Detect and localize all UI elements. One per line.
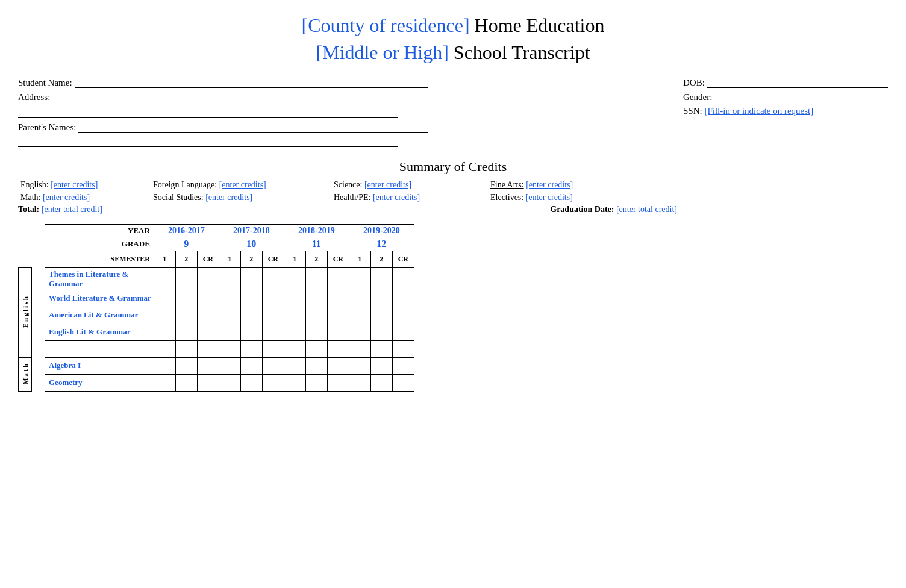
algebra-s1-sem1[interactable] [154, 357, 175, 374]
geometry-s3-sem1[interactable] [284, 374, 305, 391]
worldlit-s2-sem2[interactable] [240, 290, 262, 307]
themes-s4-sem1[interactable] [349, 267, 370, 290]
geometry-s1-cr[interactable] [197, 374, 219, 391]
algebra-s2-cr[interactable] [262, 357, 284, 374]
english-label: English: [20, 180, 51, 189]
worldlit-s4-sem1[interactable] [349, 290, 370, 307]
americanlit-s2-sem2[interactable] [240, 307, 262, 324]
englit-s4-cr[interactable] [392, 324, 414, 340]
themes-s2-sem2[interactable] [240, 267, 262, 290]
geometry-s2-sem1[interactable] [219, 374, 240, 391]
electives-value[interactable]: [enter credits] [526, 193, 573, 202]
year-2019-2020: 2019-2020 [349, 224, 414, 237]
geometry-s3-cr[interactable] [327, 374, 349, 391]
worldlit-s1-cr[interactable] [197, 290, 219, 307]
worldlit-s3-sem1[interactable] [284, 290, 305, 307]
themes-s1-cr[interactable] [197, 267, 219, 290]
algebra-s1-sem2[interactable] [175, 357, 197, 374]
englit-s1-sem1[interactable] [154, 324, 175, 340]
worldlit-s3-cr[interactable] [327, 290, 349, 307]
algebra-s3-sem2[interactable] [305, 357, 327, 374]
themes-s4-cr[interactable] [392, 267, 414, 290]
themes-s3-sem1[interactable] [284, 267, 305, 290]
address-label: Address: [18, 92, 50, 102]
themes-s3-cr[interactable] [327, 267, 349, 290]
worldlit-s1-sem1[interactable] [154, 290, 175, 307]
geometry-s1-sem2[interactable] [175, 374, 197, 391]
worldlit-s2-cr[interactable] [262, 290, 284, 307]
algebra-s1-cr[interactable] [197, 357, 219, 374]
science-value[interactable]: [enter credits] [364, 180, 411, 189]
english-value[interactable]: [enter credits] [51, 180, 98, 189]
social-studies-value[interactable]: [enter credits] [205, 193, 252, 202]
year-2018-2019: 2018-2019 [284, 224, 349, 237]
health-pe-value[interactable]: [enter credits] [373, 193, 420, 202]
worldlit-s1-sem2[interactable] [175, 290, 197, 307]
ssn-link[interactable]: [Fill-in or indicate on request] [704, 106, 813, 116]
algebra-s4-sem2[interactable] [370, 357, 392, 374]
transcript-table-wrapper: YEAR 2016-2017 2017-2018 2018-2019 2019-… [18, 224, 888, 392]
student-info-right: DOB: Gender: SSN: [Fill-in or indicate o… [683, 77, 888, 151]
americanlit-s4-cr[interactable] [392, 307, 414, 324]
americanlit-s3-sem1[interactable] [284, 307, 305, 324]
americanlit-s3-cr[interactable] [327, 307, 349, 324]
algebra-s2-sem2[interactable] [240, 357, 262, 374]
americanlit-s3-sem2[interactable] [305, 307, 327, 324]
algebra-s3-cr[interactable] [327, 357, 349, 374]
geometry-s4-sem2[interactable] [370, 374, 392, 391]
worldlit-s4-sem2[interactable] [370, 290, 392, 307]
worldlit-s4-cr[interactable] [392, 290, 414, 307]
geometry-s2-cr[interactable] [262, 374, 284, 391]
geometry-s2-sem2[interactable] [240, 374, 262, 391]
col-3-cr: CR [327, 251, 349, 267]
englit-s2-cr[interactable] [262, 324, 284, 340]
geometry-s1-sem1[interactable] [154, 374, 175, 391]
math-label: Math: [20, 193, 43, 202]
americanlit-s2-cr[interactable] [262, 307, 284, 324]
americanlit-s4-sem2[interactable] [370, 307, 392, 324]
algebra-s4-cr[interactable] [392, 357, 414, 374]
themes-s2-cr[interactable] [262, 267, 284, 290]
total-value[interactable]: [enter total credit] [42, 205, 102, 214]
englit-s4-sem1[interactable] [349, 324, 370, 340]
table-row: E n g l i s h Themes in Literature &Gram… [19, 267, 414, 290]
graduation-value[interactable]: [enter total credit] [616, 205, 677, 214]
themes-s3-sem2[interactable] [305, 267, 327, 290]
graduation-label: Graduation Date: [550, 205, 616, 214]
algebra-s3-sem1[interactable] [284, 357, 305, 374]
algebra-s2-sem1[interactable] [219, 357, 240, 374]
englit-s1-sem2[interactable] [175, 324, 197, 340]
americanlit-s1-cr[interactable] [197, 307, 219, 324]
math-value[interactable]: [enter credits] [43, 193, 90, 202]
col-3-2: 2 [305, 251, 327, 267]
americanlit-s4-sem1[interactable] [349, 307, 370, 324]
themes-s1-sem1[interactable] [154, 267, 175, 290]
themes-s2-sem1[interactable] [219, 267, 240, 290]
americanlit-s1-sem1[interactable] [154, 307, 175, 324]
grade-11: 11 [284, 237, 349, 251]
worldlit-s3-sem2[interactable] [305, 290, 327, 307]
subject-geometry: Geometry [45, 374, 154, 391]
englit-s3-sem2[interactable] [305, 324, 327, 340]
englit-s3-sem1[interactable] [284, 324, 305, 340]
americanlit-s1-sem2[interactable] [175, 307, 197, 324]
americanlit-s2-sem1[interactable] [219, 307, 240, 324]
geometry-s3-sem2[interactable] [305, 374, 327, 391]
englit-s3-cr[interactable] [327, 324, 349, 340]
geometry-s4-sem1[interactable] [349, 374, 370, 391]
foreign-language-value[interactable]: [enter credits] [219, 180, 266, 189]
englit-s2-sem1[interactable] [219, 324, 240, 340]
englit-s1-cr[interactable] [197, 324, 219, 340]
fine-arts-value[interactable]: [enter credits] [526, 180, 573, 189]
subject-english-lit: English Lit & Grammar [45, 324, 154, 340]
english-credit: English: [enter credits] [18, 180, 151, 190]
social-studies-credit: Social Studies: [enter credits] [151, 192, 331, 203]
geometry-s4-cr[interactable] [392, 374, 414, 391]
englit-s2-sem2[interactable] [240, 324, 262, 340]
fine-arts-credit: Fine Arts: [enter credits] [488, 180, 669, 190]
themes-s4-sem2[interactable] [370, 267, 392, 290]
worldlit-s2-sem1[interactable] [219, 290, 240, 307]
themes-s1-sem2[interactable] [175, 267, 197, 290]
algebra-s4-sem1[interactable] [349, 357, 370, 374]
englit-s4-sem2[interactable] [370, 324, 392, 340]
